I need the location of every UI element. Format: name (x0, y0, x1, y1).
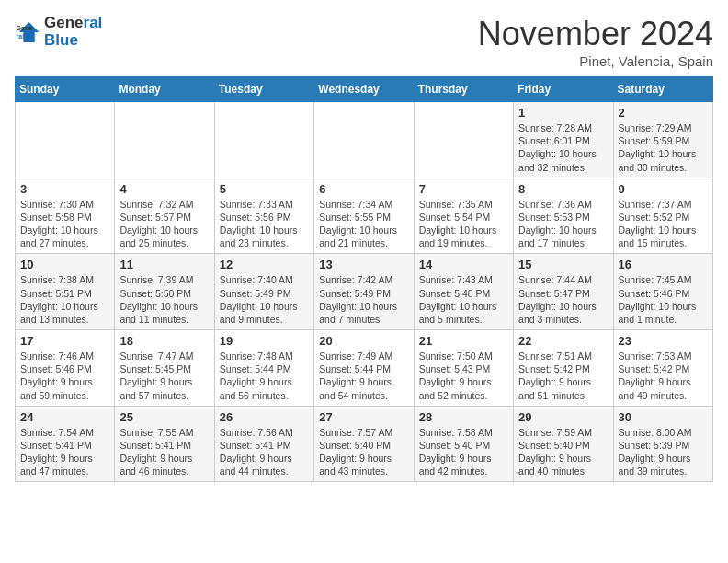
day-number: 8 (518, 182, 608, 196)
day-info: Sunrise: 7:35 AMSunset: 5:54 PMDaylight:… (419, 198, 508, 250)
day-number: 11 (119, 258, 209, 271)
day-info: Sunrise: 7:36 AMSunset: 5:53 PMDaylight:… (518, 198, 608, 250)
calendar-cell: 2Sunrise: 7:29 AMSunset: 5:59 PMDaylight… (613, 102, 712, 178)
calendar-week-3: 10Sunrise: 7:38 AMSunset: 5:51 PMDayligh… (16, 254, 713, 330)
day-info: Sunrise: 7:48 AMSunset: 5:44 PMDaylight:… (220, 350, 309, 402)
day-info: Sunrise: 7:30 AMSunset: 5:58 PMDaylight:… (20, 198, 109, 250)
month-title: November 2024 (478, 15, 713, 53)
day-info: Sunrise: 7:43 AMSunset: 5:48 PMDaylight:… (419, 273, 508, 326)
day-info: Sunrise: 7:29 AMSunset: 5:59 PMDaylight:… (619, 121, 708, 174)
day-number: 1 (518, 106, 608, 120)
calendar-cell: 13Sunrise: 7:42 AMSunset: 5:49 PMDayligh… (314, 254, 414, 330)
day-info: Sunrise: 7:40 AMSunset: 5:49 PMDaylight:… (220, 273, 309, 326)
day-number: 4 (119, 182, 209, 196)
day-info: Sunrise: 7:39 AMSunset: 5:50 PMDaylight:… (119, 273, 209, 326)
day-info: Sunrise: 7:46 AMSunset: 5:46 PMDaylight:… (20, 350, 109, 402)
day-number: 3 (20, 182, 109, 196)
day-number: 13 (319, 258, 408, 271)
title-area: November 2024 Pinet, Valencia, Spain (478, 15, 713, 69)
day-info: Sunrise: 7:32 AMSunset: 5:57 PMDaylight:… (119, 198, 209, 250)
calendar-table: SundayMondayTuesdayWednesdayThursdayFrid… (15, 76, 713, 482)
day-info: Sunrise: 7:58 AMSunset: 5:40 PMDaylight:… (419, 426, 508, 478)
calendar-cell: 9Sunrise: 7:37 AMSunset: 5:52 PMDaylight… (613, 178, 712, 254)
day-info: Sunrise: 7:33 AMSunset: 5:56 PMDaylight:… (220, 198, 309, 250)
calendar-cell: 11Sunrise: 7:39 AMSunset: 5:50 PMDayligh… (115, 254, 214, 330)
day-number: 26 (220, 410, 309, 424)
calendar-cell: 22Sunrise: 7:51 AMSunset: 5:42 PMDayligh… (514, 330, 613, 407)
day-number: 19 (220, 334, 309, 348)
day-info: Sunrise: 7:57 AMSunset: 5:40 PMDaylight:… (319, 426, 408, 478)
day-info: Sunrise: 7:50 AMSunset: 5:43 PMDaylight:… (419, 350, 508, 402)
calendar-cell: 28Sunrise: 7:58 AMSunset: 5:40 PMDayligh… (414, 406, 513, 482)
calendar-cell (115, 102, 214, 178)
day-info: Sunrise: 7:53 AMSunset: 5:42 PMDaylight:… (619, 350, 708, 402)
day-number: 12 (220, 258, 309, 271)
calendar-cell: 23Sunrise: 7:53 AMSunset: 5:42 PMDayligh… (613, 330, 712, 407)
day-info: Sunrise: 7:42 AMSunset: 5:49 PMDaylight:… (319, 273, 408, 326)
calendar-cell: 18Sunrise: 7:47 AMSunset: 5:45 PMDayligh… (115, 330, 214, 407)
day-number: 17 (20, 334, 109, 348)
day-info: Sunrise: 7:54 AMSunset: 5:41 PMDaylight:… (20, 426, 109, 478)
weekday-header-thursday: Thursday (414, 77, 513, 102)
calendar-cell: 5Sunrise: 7:33 AMSunset: 5:56 PMDaylight… (214, 178, 313, 254)
calendar-cell (314, 102, 414, 178)
logo-line1: General (44, 15, 102, 32)
day-number: 14 (419, 258, 508, 271)
weekday-header-monday: Monday (115, 77, 214, 102)
day-info: Sunrise: 7:51 AMSunset: 5:42 PMDaylight:… (518, 350, 608, 402)
day-number: 16 (619, 258, 708, 271)
calendar-cell (16, 102, 115, 178)
day-number: 2 (619, 106, 708, 120)
day-number: 25 (119, 410, 209, 424)
calendar-cell: 16Sunrise: 7:45 AMSunset: 5:46 PMDayligh… (613, 254, 712, 330)
svg-text:Gene: Gene (17, 25, 33, 31)
location-subtitle: Pinet, Valencia, Spain (478, 53, 713, 69)
calendar-cell: 19Sunrise: 7:48 AMSunset: 5:44 PMDayligh… (214, 330, 313, 407)
weekday-header-friday: Friday (514, 77, 613, 102)
calendar-cell: 26Sunrise: 7:56 AMSunset: 5:41 PMDayligh… (214, 406, 313, 482)
calendar-cell: 30Sunrise: 8:00 AMSunset: 5:39 PMDayligh… (613, 406, 712, 482)
day-info: Sunrise: 7:47 AMSunset: 5:45 PMDaylight:… (119, 350, 209, 402)
day-info: Sunrise: 7:59 AMSunset: 5:40 PMDaylight:… (518, 426, 608, 478)
calendar-cell (214, 102, 313, 178)
day-number: 21 (419, 334, 508, 348)
day-info: Sunrise: 8:00 AMSunset: 5:39 PMDaylight:… (619, 426, 708, 478)
day-info: Sunrise: 7:37 AMSunset: 5:52 PMDaylight:… (619, 198, 708, 250)
calendar-cell: 24Sunrise: 7:54 AMSunset: 5:41 PMDayligh… (16, 406, 115, 482)
calendar-cell: 14Sunrise: 7:43 AMSunset: 5:48 PMDayligh… (414, 254, 513, 330)
day-info: Sunrise: 7:49 AMSunset: 5:44 PMDaylight:… (319, 350, 408, 402)
weekday-header-sunday: Sunday (16, 77, 115, 102)
svg-text:ral: ral (17, 33, 25, 40)
calendar-cell: 6Sunrise: 7:34 AMSunset: 5:55 PMDaylight… (314, 178, 414, 254)
weekday-header-saturday: Saturday (613, 77, 712, 102)
calendar-cell: 3Sunrise: 7:30 AMSunset: 5:58 PMDaylight… (16, 178, 115, 254)
day-number: 6 (319, 182, 408, 196)
page-header: Gene ral General Blue November 2024 Pine… (15, 15, 713, 69)
logo: Gene ral General Blue (15, 15, 102, 49)
day-info: Sunrise: 7:44 AMSunset: 5:47 PMDaylight:… (518, 273, 608, 326)
day-number: 27 (319, 410, 408, 424)
calendar-week-1: 1Sunrise: 7:28 AMSunset: 6:01 PMDaylight… (16, 102, 713, 178)
calendar-cell: 29Sunrise: 7:59 AMSunset: 5:40 PMDayligh… (514, 406, 613, 482)
calendar-cell: 20Sunrise: 7:49 AMSunset: 5:44 PMDayligh… (314, 330, 414, 407)
day-info: Sunrise: 7:38 AMSunset: 5:51 PMDaylight:… (20, 273, 109, 326)
calendar-week-5: 24Sunrise: 7:54 AMSunset: 5:41 PMDayligh… (16, 406, 713, 482)
calendar-cell: 17Sunrise: 7:46 AMSunset: 5:46 PMDayligh… (16, 330, 115, 407)
day-number: 30 (619, 410, 708, 424)
logo-icon: Gene ral (15, 19, 40, 45)
day-number: 29 (518, 410, 608, 424)
calendar-cell: 15Sunrise: 7:44 AMSunset: 5:47 PMDayligh… (514, 254, 613, 330)
day-number: 7 (419, 182, 508, 196)
weekday-header-tuesday: Tuesday (214, 77, 313, 102)
weekday-header-row: SundayMondayTuesdayWednesdayThursdayFrid… (16, 77, 713, 102)
day-info: Sunrise: 7:56 AMSunset: 5:41 PMDaylight:… (220, 426, 309, 478)
calendar-cell: 4Sunrise: 7:32 AMSunset: 5:57 PMDaylight… (115, 178, 214, 254)
day-number: 15 (518, 258, 608, 271)
day-number: 22 (518, 334, 608, 348)
day-number: 18 (119, 334, 209, 348)
day-info: Sunrise: 7:45 AMSunset: 5:46 PMDaylight:… (619, 273, 708, 326)
day-number: 20 (319, 334, 408, 348)
day-number: 5 (220, 182, 309, 196)
calendar-week-4: 17Sunrise: 7:46 AMSunset: 5:46 PMDayligh… (16, 330, 713, 407)
calendar-cell: 8Sunrise: 7:36 AMSunset: 5:53 PMDaylight… (514, 178, 613, 254)
